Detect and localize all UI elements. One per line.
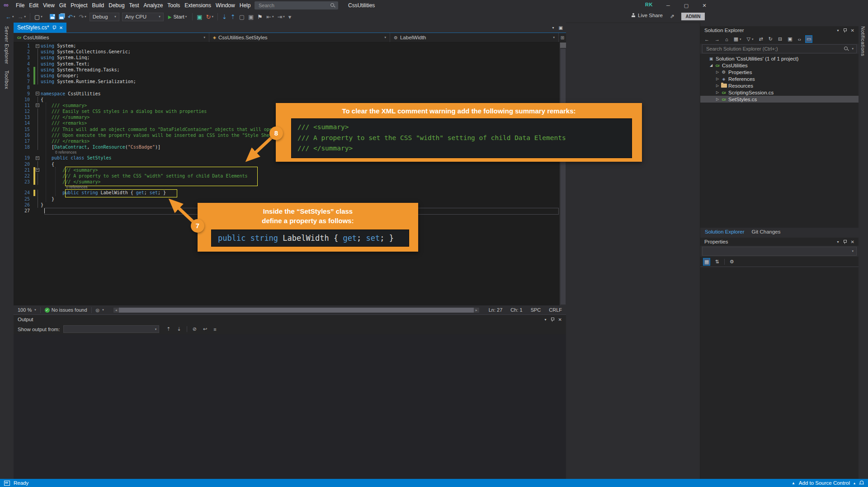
scrollbar-grip[interactable] (560, 42, 566, 48)
codelens-references[interactable]: 0 references (14, 185, 560, 190)
menu-help[interactable]: Help (237, 0, 253, 11)
word-wrap-icon[interactable]: ↩ (202, 326, 208, 332)
close-icon[interactable]: ✕ (558, 317, 562, 322)
pin-icon[interactable] (551, 317, 554, 322)
redo-icon[interactable]: ↷▾ (77, 12, 87, 22)
start-button[interactable]: ▶Start▾ (168, 14, 187, 19)
fold-collapse-icon[interactable] (35, 155, 41, 161)
filter-icon[interactable]: ▽▾ (746, 36, 755, 42)
document-list-icon[interactable]: ▾ (552, 26, 554, 30)
menu-git[interactable]: Git (57, 0, 68, 11)
clear-all-icon[interactable]: ⊘ (192, 326, 198, 332)
breadcrumb-section-2[interactable]: ◈CssUtilities.SetStyles▾ (209, 33, 390, 42)
goto-previous-message-icon[interactable]: ⇡ (165, 326, 171, 332)
nav-back-icon[interactable]: ←▾ (4, 12, 15, 22)
split-editor-icon[interactable]: ⊞ (559, 33, 566, 42)
scrollbar-thumb[interactable] (119, 308, 474, 313)
code-line[interactable]: 22 /// A property to set the CSS "width"… (14, 173, 560, 179)
forward-icon[interactable]: → (714, 36, 721, 42)
minimize-button[interactable]: ─ (659, 0, 677, 11)
undo-icon[interactable]: ↶▾ (66, 12, 76, 22)
code-line[interactable]: 10{ (14, 97, 560, 103)
scroll-right-icon[interactable]: ▸ (474, 308, 479, 313)
solution-explorer-search[interactable]: ▾ (702, 44, 857, 53)
panel-tab-solution-explorer[interactable]: Solution Explorer (705, 229, 745, 234)
line-indicator[interactable]: Ln: 27 (485, 307, 507, 313)
menu-tools[interactable]: Tools (165, 0, 182, 11)
background-tasks-icon[interactable] (4, 481, 10, 486)
code-line[interactable]: 6using Grooper; (14, 73, 560, 79)
code-line[interactable]: 2using System.Collections.Generic; (14, 49, 560, 55)
notifications-bell-icon[interactable] (859, 481, 864, 485)
scroll-left-icon[interactable]: ◂ (113, 308, 119, 313)
code-view-icon[interactable]: ‹› (797, 36, 802, 42)
tab-setstyles[interactable]: SetStyles.cs* ✕ (14, 23, 66, 33)
menu-extensions[interactable]: Extensions (182, 0, 213, 11)
menu-project[interactable]: Project (68, 0, 90, 11)
tree-item-scriptingsession-cs[interactable]: ▷C#ScriptingSession.cs (700, 89, 859, 96)
issues-indicator[interactable]: ✓ No issues found (41, 307, 91, 313)
account-avatar[interactable]: RK (645, 2, 653, 7)
chevron-down-icon[interactable]: ▾ (545, 318, 547, 322)
code-line[interactable]: 5using System.Threading.Tasks; (14, 67, 560, 73)
tree-item-solution-cssutilities-1-of-1-project-[interactable]: ▣Solution 'CssUtilities' (1 of 1 project… (700, 55, 859, 62)
solution-platforms-combo[interactable]: Any CPU▾ (122, 13, 164, 21)
breadcrumb-section-3[interactable]: ⚙LabelWidth▾ (390, 33, 559, 42)
menu-test[interactable]: Test (127, 0, 142, 11)
expand-arrow-icon[interactable]: ▷ (715, 77, 720, 81)
menu-analyze[interactable]: Analyze (142, 0, 165, 11)
add-to-source-control-button[interactable]: Add to Source Control (799, 480, 850, 486)
code-line[interactable]: 1using System; (14, 43, 560, 49)
code-line[interactable]: 20 { (14, 161, 560, 167)
hot-reload-icon[interactable]: ↻▾ (205, 12, 215, 22)
tab-settings-icon[interactable]: ▣ (559, 25, 563, 30)
pin-icon[interactable] (52, 25, 56, 30)
close-icon[interactable]: ✕ (59, 25, 63, 30)
panel-tab-git-changes[interactable]: Git Changes (752, 229, 781, 234)
code-line[interactable]: 23 /// </summary> (14, 179, 560, 185)
categorized-icon[interactable]: ▦ (703, 258, 710, 265)
expand-arrow-icon[interactable]: ▷ (715, 90, 720, 94)
chevron-down-icon[interactable]: ▾ (837, 28, 839, 33)
toolbox-tab[interactable]: Toolbox (4, 70, 9, 89)
indent-decrease-icon[interactable]: ⇤▾ (265, 12, 275, 22)
notifications-tab[interactable]: Notifications (860, 26, 866, 56)
open-folder-icon[interactable] (45, 12, 47, 22)
nav-forward-icon[interactable]: →▾ (16, 12, 28, 22)
indent-increase-icon[interactable]: ⇥▾ (276, 12, 286, 22)
show-all-files-icon[interactable]: ▣ (787, 36, 793, 42)
chevron-down-icon[interactable]: ▾ (837, 240, 839, 244)
pin-icon[interactable] (843, 239, 847, 244)
code-line[interactable]: 7using System.Runtime.Serialization; (14, 79, 560, 84)
solution-configurations-combo[interactable]: Debug▾ (90, 13, 119, 21)
fold-collapse-icon[interactable] (35, 91, 41, 97)
solution-search-input[interactable] (705, 46, 842, 52)
search-box[interactable] (255, 1, 338, 9)
tree-item-resources[interactable]: ▷Resources (700, 82, 859, 89)
output-source-combo[interactable]: ▾ (63, 325, 159, 333)
menu-build[interactable]: Build (90, 0, 107, 11)
code-line[interactable]: 24 public string LabelWidth { get; set; … (14, 190, 560, 196)
column-indicator[interactable]: Ch: 1 (506, 307, 526, 313)
code-editor[interactable]: 1using System;2using System.Collections.… (14, 42, 566, 305)
close-icon[interactable]: ✕ (851, 239, 854, 244)
breadcrumb-section-1[interactable]: C#CssUtilities▾ (14, 33, 209, 42)
code-line[interactable]: 3using System.Linq; (14, 55, 560, 61)
scrollbar-thumb[interactable] (561, 49, 566, 304)
preview-selected-items-icon[interactable]: ▭ (806, 36, 812, 42)
chevron-up-icon[interactable]: ▴ (854, 481, 855, 485)
alphabetical-icon[interactable]: ⇅ (714, 258, 720, 265)
close-icon[interactable]: ✕ (851, 28, 854, 33)
code-line[interactable]: 8 (14, 84, 560, 90)
goto-next-message-icon[interactable]: ⇣ (176, 326, 182, 332)
pin-icon[interactable] (843, 28, 847, 33)
toolbar-overflow-icon[interactable]: ▾ (287, 12, 293, 22)
find-icon[interactable]: ▣ (247, 12, 255, 22)
home-icon[interactable]: ⌂ (724, 36, 729, 42)
new-project-icon[interactable]: ▢▾ (33, 12, 44, 22)
menu-edit[interactable]: Edit (27, 0, 41, 11)
save-all-icon[interactable] (57, 12, 66, 22)
menu-window[interactable]: Window (213, 0, 237, 11)
collapse-all-icon[interactable]: ⊟ (777, 36, 783, 42)
fold-collapse-icon[interactable] (35, 43, 41, 49)
